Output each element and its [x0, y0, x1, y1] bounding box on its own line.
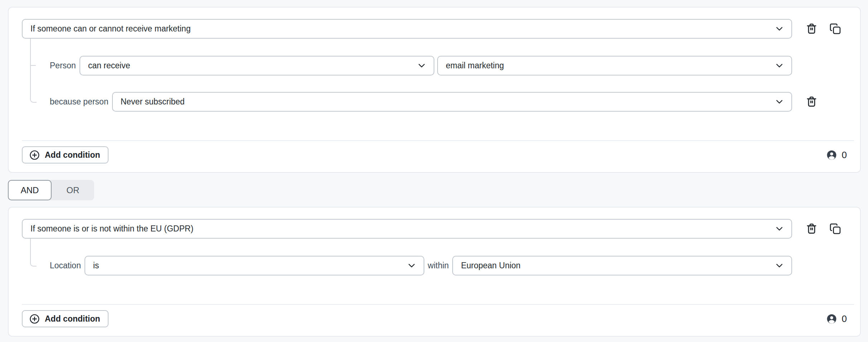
member-count: 0 — [826, 313, 847, 324]
condition-row: because person Never subscribed — [22, 92, 847, 112]
plus-circle-icon — [29, 313, 40, 324]
subscription-status-select[interactable]: Never subscribed — [112, 92, 792, 112]
delete-condition-button[interactable] — [805, 95, 818, 108]
condition-row: Location is within European Union — [22, 256, 847, 275]
group-1-footer: Add condition 0 — [22, 146, 847, 163]
location-region-select[interactable]: European Union — [452, 256, 792, 275]
within-label: within — [428, 261, 449, 270]
chevron-down-icon — [775, 224, 784, 234]
plus-circle-icon — [29, 150, 40, 161]
location-operator-value: is — [93, 261, 99, 270]
group-1-header: If someone can or cannot receive marketi… — [22, 19, 847, 39]
member-count: 0 — [826, 150, 847, 161]
add-condition-label: Add condition — [45, 314, 100, 324]
duplicate-group-button[interactable] — [829, 23, 842, 35]
and-toggle-button[interactable]: AND — [8, 180, 52, 200]
location-operator-select[interactable]: is — [85, 256, 424, 275]
add-condition-button[interactable]: Add condition — [22, 310, 108, 327]
add-condition-button[interactable]: Add condition — [22, 146, 108, 163]
trash-icon — [805, 95, 818, 108]
chevron-down-icon — [775, 24, 784, 34]
condition-type-select[interactable]: If someone can or cannot receive marketi… — [22, 19, 792, 39]
trash-icon — [805, 22, 818, 35]
chevron-down-icon — [775, 61, 784, 70]
chevron-down-icon — [417, 61, 426, 70]
group-2-header: If someone is or is not within the EU (G… — [22, 219, 847, 239]
group-1-conditions: Person can receive email marketing becau… — [22, 39, 847, 140]
member-count-value: 0 — [842, 313, 847, 324]
condition-group-card-2: If someone is or is not within the EU (G… — [8, 207, 861, 337]
copy-icon — [829, 23, 842, 35]
chevron-down-icon — [775, 261, 784, 270]
duplicate-group-button[interactable] — [829, 223, 842, 235]
tree-connector — [30, 39, 37, 103]
condition-type-value: If someone is or is not within the EU (G… — [30, 224, 193, 234]
location-region-value: European Union — [461, 261, 520, 270]
condition-row-label: because person — [50, 97, 108, 107]
copy-icon — [829, 223, 842, 235]
person-icon — [826, 150, 837, 161]
condition-type-select[interactable]: If someone is or is not within the EU (G… — [22, 219, 792, 239]
condition-row-label: Person — [50, 61, 76, 70]
group-2-actions — [792, 222, 847, 235]
chevron-down-icon — [775, 97, 784, 107]
tree-connector — [30, 239, 37, 267]
chevron-down-icon — [407, 261, 416, 270]
or-toggle-button[interactable]: OR — [52, 180, 94, 200]
card-divider — [22, 304, 854, 305]
member-count-value: 0 — [842, 150, 847, 161]
person-icon — [826, 313, 837, 324]
subscription-status-value: Never subscribed — [121, 97, 185, 107]
add-condition-label: Add condition — [45, 150, 100, 160]
card-divider — [22, 140, 854, 141]
marketing-permission-value: can receive — [88, 61, 130, 70]
condition-group-card-1: If someone can or cannot receive marketi… — [8, 7, 861, 173]
row-actions — [792, 95, 847, 108]
group-2-footer: Add condition 0 — [22, 310, 847, 327]
segment-builder: If someone can or cannot receive marketi… — [0, 0, 868, 342]
marketing-permission-select[interactable]: can receive — [79, 56, 434, 75]
condition-row: Person can receive email marketing — [22, 56, 847, 75]
group-2-conditions: Location is within European Union — [22, 239, 847, 304]
delete-group-button[interactable] — [805, 222, 818, 235]
trash-icon — [805, 222, 818, 235]
and-or-toggle: AND OR — [8, 180, 94, 200]
group-1-actions — [792, 22, 847, 35]
marketing-channel-select[interactable]: email marketing — [437, 56, 792, 75]
tree-connector-tick — [30, 65, 36, 66]
marketing-channel-value: email marketing — [446, 61, 504, 70]
condition-type-value: If someone can or cannot receive marketi… — [30, 24, 191, 34]
delete-group-button[interactable] — [805, 22, 818, 35]
condition-row-label: Location — [50, 261, 81, 270]
